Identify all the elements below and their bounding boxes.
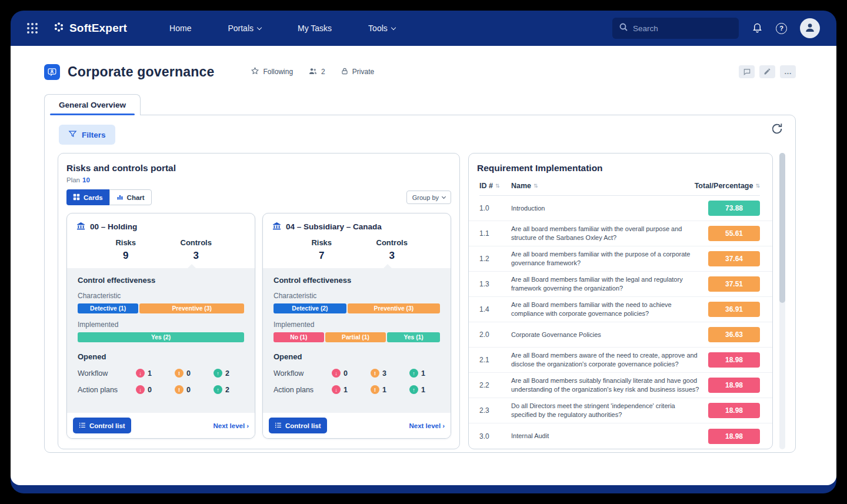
- column-id[interactable]: ID #⇅: [479, 182, 511, 190]
- overdue-icon: ↓: [136, 369, 145, 378]
- search-input[interactable]: [633, 24, 737, 33]
- bar-chart-icon: [116, 193, 124, 202]
- warning-icon: !: [371, 385, 379, 394]
- overdue-icon: ↓: [332, 385, 341, 394]
- table-row[interactable]: 2.1 Are all Board members aware of the n…: [469, 348, 772, 373]
- next-level-link[interactable]: Next level ›: [409, 422, 445, 429]
- warning-count: !0: [175, 369, 205, 378]
- bar-segment: Preventive (3): [348, 303, 440, 313]
- row-percentage-badge: 37.64: [708, 251, 760, 266]
- more-button[interactable]: …: [780, 65, 796, 78]
- notch-pointer: [383, 264, 392, 269]
- cards-view-button[interactable]: Cards: [66, 189, 109, 205]
- brand-logo[interactable]: SoftExpert: [53, 21, 127, 36]
- org-card-subsidiary-canada: 04 – Subsidiary – Canada Risks 7 Control…: [262, 213, 451, 439]
- chevron-down-icon: [391, 25, 396, 29]
- chevron-down-icon: [442, 194, 446, 198]
- column-name[interactable]: Name⇅: [511, 182, 695, 190]
- overdue-icon: ↓: [136, 385, 145, 394]
- table-row[interactable]: 3.0 Internal Audit 18.98: [469, 423, 772, 449]
- row-name: Are all Board members familiar with the …: [511, 301, 708, 318]
- notch-pointer: [187, 264, 196, 269]
- page-header: Corporate governance Following 2: [44, 46, 796, 85]
- following-toggle[interactable]: Following: [251, 66, 293, 77]
- chevron-down-icon: [257, 25, 262, 29]
- column-total-percentage[interactable]: Total/Percentage⇅: [695, 182, 760, 190]
- members-count[interactable]: 2: [308, 66, 325, 78]
- row-id: 1.4: [479, 305, 511, 313]
- table-row[interactable]: 1.1 Are all board members familiar with …: [469, 221, 772, 246]
- tab-bar: General Overview: [11, 94, 836, 115]
- control-effectiveness-section: Control effectiveness Characteristic Det…: [263, 268, 451, 413]
- table-row[interactable]: 2.2 Are all Board members suitably finan…: [469, 373, 772, 398]
- lock-icon: [341, 67, 349, 77]
- table-row[interactable]: 1.3 Are all Board members familiar with …: [469, 272, 772, 297]
- nav-home[interactable]: Home: [169, 24, 191, 33]
- overdue-icon: ↓: [332, 369, 341, 378]
- table-row[interactable]: 1.4 Are all Board members familiar with …: [469, 297, 772, 322]
- search-box[interactable]: [612, 18, 739, 39]
- nav-my-tasks[interactable]: My Tasks: [298, 24, 332, 33]
- row-percentage-badge: 73.88: [708, 201, 760, 216]
- control-list-button[interactable]: Control list: [73, 418, 131, 433]
- filters-button[interactable]: Filters: [59, 125, 115, 145]
- org-card-footer: Control list Next level ›: [263, 413, 451, 438]
- comment-button[interactable]: [739, 65, 755, 78]
- vertical-scrollbar[interactable]: [779, 153, 785, 449]
- table-row[interactable]: 2.3 Do all Directors meet the stringent …: [469, 398, 772, 423]
- warning-count: !3: [371, 369, 401, 378]
- risks-controls-portal-card: Risks and controls portal Plan10 Cards: [58, 153, 460, 449]
- edit-button[interactable]: [759, 65, 775, 78]
- tab-general-overview[interactable]: General Overview: [44, 94, 141, 115]
- star-icon: [251, 66, 259, 77]
- nav-portals[interactable]: Portals: [228, 24, 261, 33]
- table-row[interactable]: 1.0 Introduction 73.88: [469, 196, 772, 221]
- next-level-link[interactable]: Next level ›: [213, 422, 249, 429]
- overdue-count: ↓1: [136, 369, 166, 378]
- action-plans-row: Action plans ↓1 !1 ↑1: [274, 385, 440, 394]
- row-id: 2.3: [479, 406, 511, 415]
- page-title: Corporate governance: [68, 64, 214, 80]
- org-card-header: 04 – Subsidiary – Canada: [263, 213, 451, 234]
- ok-count: ↑2: [214, 385, 244, 394]
- user-avatar[interactable]: [800, 18, 820, 38]
- scrollbar-thumb[interactable]: [779, 153, 785, 303]
- building-icon: [272, 221, 281, 232]
- row-name: Are all board members familiar with the …: [511, 250, 708, 267]
- group-by-button[interactable]: Group by: [406, 191, 451, 204]
- chart-view-button[interactable]: Chart: [109, 189, 152, 205]
- row-id: 3.0: [479, 432, 511, 440]
- nav-links: Home Portals My Tasks Tools: [169, 24, 395, 33]
- table-header: ID #⇅ Name⇅ Total/Percentage⇅: [479, 182, 760, 196]
- risks-value: 7: [286, 250, 357, 262]
- controls-stat: Controls 3: [161, 238, 232, 262]
- refresh-button[interactable]: [771, 122, 783, 137]
- controls-stat: Controls 3: [357, 238, 428, 262]
- table-row[interactable]: 1.2 Are all board members familiar with …: [469, 246, 772, 272]
- control-list-button[interactable]: Control list: [269, 418, 327, 433]
- workflow-row: Workflow ↓1 !0 ↑2: [78, 369, 244, 378]
- row-id: 2.2: [479, 381, 511, 389]
- table-row[interactable]: 2.0 Corporate Governance Policies 36.63: [469, 322, 772, 348]
- row-name: Introduction: [511, 204, 708, 213]
- requirement-implementation-card: Requirement Implementation ID #⇅ Name⇅ T…: [468, 153, 773, 449]
- app-window: SoftExpert Home Portals My Tasks Tools ?: [11, 11, 836, 493]
- sort-icon: ⇅: [495, 183, 500, 189]
- row-percentage-badge: 37.51: [708, 276, 760, 292]
- top-navbar: SoftExpert Home Portals My Tasks Tools ?: [11, 11, 836, 46]
- row-id: 2.1: [479, 356, 511, 364]
- help-button[interactable]: ?: [776, 23, 787, 34]
- bar-segment: No (1): [274, 332, 324, 342]
- row-name: Are all board members familiar with the …: [511, 225, 708, 242]
- row-id: 1.0: [479, 204, 511, 212]
- ok-count: ↑2: [214, 369, 244, 378]
- list-icon: [79, 422, 86, 430]
- apps-grid-icon[interactable]: [27, 23, 38, 34]
- softexpert-logo-icon: [53, 21, 65, 36]
- nav-tools[interactable]: Tools: [368, 24, 395, 33]
- members-count-value: 2: [321, 68, 325, 76]
- ok-count: ↑1: [409, 385, 440, 394]
- bar-segment: Preventive (3): [139, 303, 244, 313]
- chevron-right-icon: ›: [442, 422, 445, 429]
- notifications-button[interactable]: [752, 22, 763, 35]
